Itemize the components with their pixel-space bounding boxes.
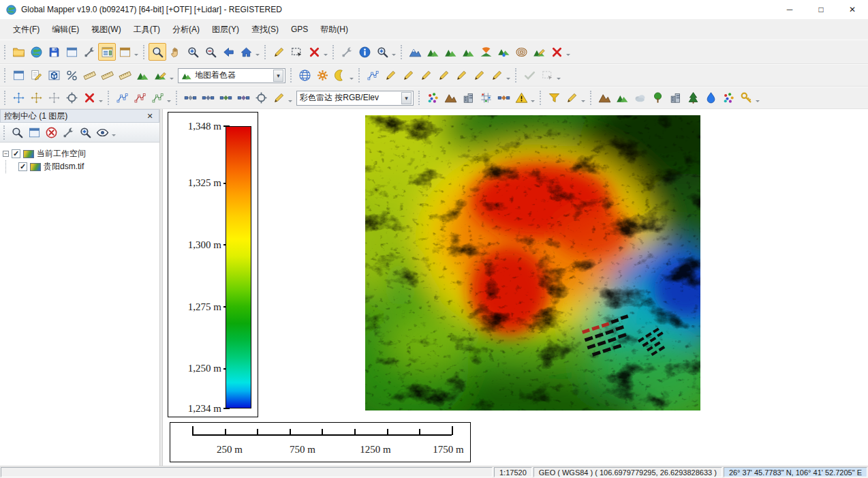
menu-item[interactable]: 分析(A) <box>166 19 206 40</box>
feature-info-icon[interactable] <box>356 43 373 61</box>
overlay-control-icon[interactable] <box>116 43 134 61</box>
toolbar-overflow-icon[interactable] <box>565 43 572 61</box>
digitizer-tool-icon[interactable] <box>270 43 288 61</box>
path-profile-line-icon[interactable] <box>63 67 80 85</box>
chevron-down-icon[interactable]: ▾ <box>401 92 412 104</box>
measure-area-icon[interactable] <box>98 67 116 85</box>
hydro-flatten-icon[interactable] <box>702 89 719 107</box>
measure-distance-icon[interactable] <box>80 67 98 85</box>
map-canvas[interactable] <box>365 115 700 410</box>
layer-checkbox[interactable]: ✓ <box>18 162 27 171</box>
center-view-icon[interactable] <box>63 89 80 107</box>
find-data-icon[interactable] <box>373 43 391 61</box>
toolbar-overflow-icon[interactable] <box>134 43 140 61</box>
terrain-grid-icon[interactable] <box>459 43 477 61</box>
view-shed-icon[interactable] <box>477 43 495 61</box>
lidar-grid-icon[interactable] <box>477 89 495 107</box>
layer-close-icon[interactable] <box>43 124 60 141</box>
delete-vertex-icon[interactable] <box>131 89 149 107</box>
lidar-draw-mode-combo[interactable]: 彩色雷达 按RGB/Elev ▾ <box>296 91 414 106</box>
chevron-down-icon[interactable]: ▾ <box>273 70 283 82</box>
tree-collapse-icon[interactable]: − <box>3 151 9 157</box>
digitize-spline-icon[interactable] <box>488 67 506 85</box>
panel-close-icon[interactable]: ✕ <box>144 112 155 121</box>
lidar-color-mode-icon[interactable] <box>424 89 441 107</box>
lidar-buildings-icon[interactable] <box>459 89 477 107</box>
menu-item[interactable]: 查找(S) <box>245 19 285 40</box>
forest-metrics-icon[interactable] <box>684 89 702 107</box>
layer-visibility-icon[interactable] <box>94 124 111 141</box>
toolbar-overflow-icon[interactable] <box>556 67 562 85</box>
digitize-rectangle-icon[interactable] <box>435 67 452 85</box>
image-overlay-icon[interactable] <box>134 67 151 85</box>
trace-mode-icon[interactable] <box>538 67 556 85</box>
layer-metadata-icon[interactable] <box>77 124 94 141</box>
previous-view-icon[interactable] <box>219 43 237 61</box>
point-cloud-icon[interactable] <box>631 89 649 107</box>
configuration-icon[interactable] <box>80 43 98 61</box>
thin-points-icon[interactable] <box>719 89 737 107</box>
insert-vertex-icon[interactable] <box>113 89 131 107</box>
minimize-button[interactable]: ─ <box>774 0 805 19</box>
menu-item[interactable]: 编辑(E) <box>46 19 85 40</box>
create-dsm-icon[interactable] <box>613 89 631 107</box>
lidar-classify-ground-icon[interactable] <box>181 89 199 107</box>
watershed-icon[interactable] <box>495 43 512 61</box>
layer-zoom-icon[interactable] <box>9 124 26 141</box>
open-file-icon[interactable] <box>10 43 27 61</box>
path-profile-icon[interactable] <box>406 43 424 61</box>
toolbar-overflow-icon[interactable] <box>98 89 104 107</box>
night-shading-icon[interactable] <box>331 67 349 85</box>
clear-terrain-icon[interactable] <box>548 43 565 61</box>
layer-node[interactable]: ✓ 贵阳dsm.tif <box>3 160 157 173</box>
contour-generation-icon[interactable] <box>512 43 530 61</box>
toolbar-overflow-icon[interactable] <box>111 123 117 141</box>
extract-trees-icon[interactable] <box>649 89 666 107</box>
lidar-apply-edits-icon[interactable] <box>563 89 580 107</box>
toolbar-overflow-icon[interactable] <box>169 67 175 85</box>
terrain-layers-icon[interactable] <box>424 43 441 61</box>
lidar-classify-vegetation-icon[interactable] <box>217 89 234 107</box>
digitize-line-icon[interactable] <box>399 67 417 85</box>
menu-item[interactable]: 文件(F) <box>7 19 46 40</box>
full-view-icon[interactable] <box>237 43 255 61</box>
menu-item[interactable]: GPS <box>285 19 314 40</box>
lidar-filter-icon[interactable] <box>545 89 563 107</box>
shader-combo[interactable]: 地图着色器 ▾ <box>178 68 285 83</box>
split-feature-icon[interactable] <box>149 89 166 107</box>
lidar-classify-powerline-icon[interactable] <box>234 89 252 107</box>
digitize-text-icon[interactable] <box>470 67 488 85</box>
map-layout-icon[interactable] <box>63 43 80 61</box>
lidar-extract-icon[interactable] <box>495 89 512 107</box>
feature-extraction-icon[interactable] <box>737 89 755 107</box>
control-center-icon[interactable] <box>98 43 116 61</box>
lidar-edit-icon[interactable] <box>270 89 288 107</box>
move-vertex-icon[interactable] <box>27 89 45 107</box>
digitize-point-icon[interactable] <box>382 67 399 85</box>
menu-item[interactable]: 帮助(H) <box>314 19 354 40</box>
daylight-options-icon[interactable] <box>313 67 331 85</box>
clear-selection-icon[interactable] <box>305 43 323 61</box>
toolbar-overflow-icon[interactable] <box>323 43 329 61</box>
extract-buildings-icon[interactable] <box>666 89 684 107</box>
toolbar-overflow-icon[interactable] <box>391 43 397 61</box>
toolbar-overflow-icon[interactable] <box>349 67 355 85</box>
cancel-edit-icon[interactable] <box>80 89 98 107</box>
digitize-area-icon[interactable] <box>417 67 435 85</box>
measure-volume-icon[interactable] <box>116 67 134 85</box>
terrain-painting-icon[interactable] <box>530 43 548 61</box>
menu-item[interactable]: 工具(T) <box>127 19 166 40</box>
snap-toggle-icon[interactable] <box>521 67 538 85</box>
toolbar-overflow-icon[interactable] <box>255 43 261 61</box>
zoom-out-icon[interactable] <box>202 43 219 61</box>
toolbar-overflow-icon[interactable] <box>506 67 512 85</box>
move-feature-icon[interactable] <box>10 89 27 107</box>
zoom-in-icon[interactable] <box>184 43 202 61</box>
view-3d-icon[interactable] <box>45 67 63 85</box>
toolbar-overflow-icon[interactable] <box>166 89 172 107</box>
lidar-classify-building-icon[interactable] <box>199 89 217 107</box>
workspace-checkbox[interactable]: ✓ <box>12 149 20 158</box>
grab-pan-icon[interactable] <box>166 43 184 61</box>
map-workspace[interactable]: 1,348 m1,325 m1,300 m1,275 m1,250 m1,234… <box>163 109 868 466</box>
lidar-qc-icon[interactable] <box>512 89 530 107</box>
